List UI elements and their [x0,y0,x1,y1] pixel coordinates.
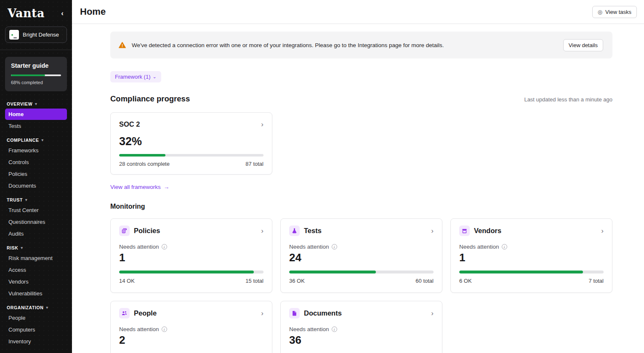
chevron-right-icon[interactable]: › [601,227,604,234]
sidebar-top: Vanta ‹ Bright Defense [0,0,72,50]
sidebar-item-vendors[interactable]: Vendors [5,276,67,287]
total-count-label: 7 total [589,278,604,284]
people-icon [119,308,130,318]
nav-section-trust[interactable]: TRUST▾ [7,197,65,202]
sidebar-item-policies[interactable]: Policies [5,168,67,180]
org-selector[interactable]: Bright Defense [5,27,67,43]
org-logo [9,30,19,40]
needs-attention-count: 1 [459,251,604,264]
monitoring-card-title: Documents [304,309,342,317]
sidebar-item-audits[interactable]: Audits [5,228,67,239]
ok-count-label: 36 OK [289,278,305,284]
monitoring-card-title: Tests [304,227,322,235]
sidebar-item-risk-management[interactable]: Risk management [5,252,67,264]
starter-guide-card[interactable]: Starter guide 68% completed [5,57,67,91]
monitoring-card-documents[interactable]: Documents › Needs attention i 36 6 OK 42… [280,301,442,353]
monitoring-card-tests[interactable]: Tests › Needs attention i 24 36 OK 60 to… [280,218,442,293]
chevron-right-icon[interactable]: › [261,121,263,128]
monitoring-card-title: Policies [134,227,160,235]
view-tasks-button[interactable]: ◎ View tasks [592,6,637,18]
needs-attention-label: Needs attention [289,326,329,332]
needs-attention-count: 1 [119,251,263,264]
view-details-button[interactable]: View details [563,39,603,51]
caret-down-icon: ▾ [35,102,37,106]
main-area: Home ◎ View tasks We've detected a conne… [72,0,644,353]
vanta-logo: Vanta [8,7,45,20]
monitoring-card-title: Vendors [474,227,501,235]
controls-total-label: 87 total [245,161,263,167]
nav-section-organization[interactable]: ORGANIZATION▾ [7,305,65,310]
caret-down-icon: ▾ [21,246,23,250]
monitoring-card-vendors[interactable]: Vendors › Needs attention i 1 6 OK 7 tot… [450,218,612,293]
nav-section-overview[interactable]: OVERVIEW▾ [7,101,65,106]
total-count-label: 60 total [415,278,434,284]
nav-section-risk[interactable]: RISK▾ [7,245,65,250]
framework-progress-bar [119,154,263,157]
info-icon[interactable]: i [502,244,507,249]
integration-error-alert: We've detected a connection error with o… [110,32,612,58]
sidebar-item-questionnaires[interactable]: Questionnaires [5,216,67,228]
ok-count-label: 6 OK [459,278,472,284]
org-name: Bright Defense [23,32,59,38]
sidebar-item-computers[interactable]: Computers [5,324,67,335]
monitoring-progress-bar [459,271,604,273]
warning-icon [119,42,126,48]
view-all-frameworks-link[interactable]: View all frameworks → [110,184,169,190]
caret-down-icon: ▾ [25,198,27,202]
last-updated-label: Last updated less than a minute ago [524,96,612,103]
info-icon[interactable]: i [162,244,167,249]
page-title: Home [80,6,106,17]
needs-attention-label: Needs attention [289,244,329,250]
sidebar-nav: OVERVIEW▾ Home Tests COMPLIANCE▾ Framewo… [0,91,72,348]
caret-down-icon: ▾ [42,138,44,142]
sidebar-item-controls[interactable]: Controls [5,157,67,168]
monitoring-heading: Monitoring [110,203,612,210]
policies-icon [119,226,130,236]
sidebar-item-frameworks[interactable]: Frameworks [5,145,67,156]
info-icon[interactable]: i [332,326,337,332]
framework-card-title: SOC 2 [119,120,140,128]
arrow-right-icon: → [164,184,170,190]
monitoring-progress-bar [119,271,263,273]
alert-message: We've detected a connection error with o… [132,42,557,48]
needs-attention-count: 24 [289,251,434,264]
sidebar-item-documents[interactable]: Documents [5,180,67,191]
needs-attention-label: Needs attention [459,244,499,250]
sidebar: Vanta ‹ Bright Defense Starter guide 68%… [0,0,72,353]
content: We've detected a connection error with o… [72,24,644,353]
monitoring-card-title: People [134,309,157,317]
chevron-right-icon[interactable]: › [431,227,434,234]
sidebar-item-people[interactable]: People [5,312,67,324]
info-icon[interactable]: i [332,244,337,249]
chevron-right-icon[interactable]: › [261,310,263,317]
chevron-right-icon[interactable]: › [431,310,434,317]
sidebar-item-vulnerabilities[interactable]: Vulnerabilities [5,288,67,299]
ok-count-label: 14 OK [119,278,135,284]
nav-section-compliance[interactable]: COMPLIANCE▾ [7,138,65,143]
total-count-label: 15 total [245,278,263,284]
starter-guide-progress-bar [11,74,61,76]
sidebar-item-home[interactable]: Home [5,109,67,120]
soc2-framework-card[interactable]: SOC 2 › 32% 28 controls complete 87 tota… [110,112,272,175]
sidebar-item-tests[interactable]: Tests [5,120,67,132]
sidebar-collapse-icon[interactable]: ‹ [59,9,65,18]
chevron-right-icon[interactable]: › [261,227,263,234]
needs-attention-label: Needs attention [119,244,159,250]
controls-complete-label: 28 controls complete [119,161,170,167]
monitoring-progress-bar [289,271,434,273]
framework-filter-chip[interactable]: Framework (1) ⌄ [110,71,161,82]
info-icon[interactable]: i [162,326,167,332]
documents-icon [289,308,300,318]
vendors-icon [459,226,470,236]
sidebar-item-trust-center[interactable]: Trust Center [5,204,67,216]
needs-attention-count: 36 [289,334,434,347]
tests-icon [289,226,300,236]
compliance-progress-heading: Compliance progress [110,94,190,104]
monitoring-card-policies[interactable]: Policies › Needs attention i 1 14 OK 15 … [110,218,272,293]
caret-down-icon: ▾ [46,305,48,310]
tasks-icon: ◎ [598,9,602,15]
monitoring-card-people[interactable]: People › Needs attention i 2 2 OK 4 tota… [110,301,272,353]
sidebar-item-access[interactable]: Access [5,264,67,276]
sidebar-item-inventory[interactable]: Inventory [5,336,67,347]
framework-percent: 32% [119,135,263,148]
